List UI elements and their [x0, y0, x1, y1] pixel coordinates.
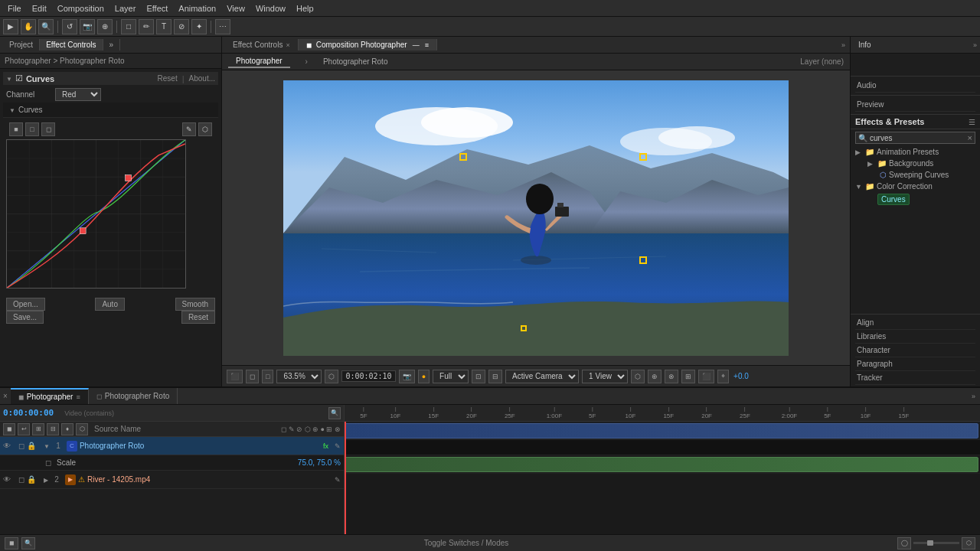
pen-tool[interactable]: ✏ — [139, 19, 154, 34]
layer-1-lock[interactable]: 🔒 — [27, 442, 36, 450]
backgrounds-item[interactable]: ▶ 📁 Backgrounds — [851, 158, 980, 169]
libraries-item[interactable]: Libraries — [855, 330, 975, 344]
character-item[interactable]: Character — [855, 344, 975, 357]
viewer-opt4[interactable]: ⊞ — [681, 370, 695, 383]
playhead[interactable] — [345, 422, 346, 534]
curves-smooth-btn[interactable]: Smooth — [175, 298, 215, 311]
viewer-tab-roto[interactable]: › — [298, 56, 315, 67]
close-timeline-btn[interactable]: × — [3, 392, 8, 400]
viewer-timecode[interactable]: 0:00:02:10 — [341, 370, 395, 382]
layer-1-solo[interactable]: ◻ — [18, 442, 24, 450]
control-point-1[interactable] — [459, 153, 467, 161]
curves-open-btn[interactable]: Open... — [6, 298, 45, 311]
control-point-4[interactable] — [521, 325, 527, 331]
curves-collapse[interactable] — [6, 75, 12, 83]
timeline-tab-roto[interactable]: ◻ Photographer Roto — [89, 388, 178, 404]
layer-2-lock[interactable]: 🔒 — [27, 475, 36, 484]
stamp-tool[interactable]: ✦ — [191, 19, 207, 34]
right-expand[interactable]: » — [973, 41, 977, 49]
viewer-snapshot[interactable]: 📷 — [399, 370, 415, 383]
curves-pen-tool[interactable]: ⬡ — [198, 122, 212, 136]
tl-timecode[interactable]: 0:00:00:00 — [3, 408, 54, 418]
color-correction-item[interactable]: ▼ 📁 Color Correction — [851, 181, 980, 192]
curves-tool-black[interactable]: ■ — [9, 122, 23, 136]
layer-2-expand[interactable] — [44, 476, 48, 484]
audio-item[interactable]: Audio — [855, 79, 975, 93]
viewer-full-select[interactable]: Full — [433, 370, 469, 383]
puppet-tool[interactable]: ⋯ — [215, 19, 230, 34]
curves-tool-smooth[interactable]: ◻ — [41, 122, 55, 136]
tl-ctrl-5[interactable]: ♦ — [61, 423, 74, 435]
bottom-btn-3[interactable]: ◯ — [897, 537, 911, 549]
viewer-opt6[interactable]: ⌖ — [717, 370, 729, 383]
curves-reset-btn[interactable]: Reset — [181, 311, 215, 324]
zoom-tool[interactable]: 🔍 — [38, 19, 54, 34]
toggle-switches-label[interactable]: Toggle Switches / Modes — [424, 539, 509, 547]
layer-1-eye[interactable]: 👁 — [3, 442, 11, 450]
tl-ctrl-1[interactable]: ◼ — [3, 423, 15, 435]
animation-presets-item[interactable]: ▶ 📁 Animation Presets — [851, 146, 980, 158]
tl-ctrl-2[interactable]: ↩ — [18, 423, 30, 435]
layer-2-name[interactable]: River - 14205.mp4 — [87, 475, 327, 484]
menu-composition[interactable]: Composition — [53, 2, 109, 15]
viewer-opt1[interactable]: ⬡ — [631, 370, 645, 383]
scale-value[interactable]: 75.0, 75.0 % — [298, 458, 341, 467]
layer-1-expand[interactable] — [44, 442, 50, 450]
rect-tool[interactable]: □ — [121, 19, 136, 34]
preview-item[interactable]: Preview — [855, 98, 975, 112]
comp-tab-controls[interactable]: Effect Controls × — [225, 39, 299, 51]
menu-window[interactable]: Window — [251, 2, 290, 15]
tl-search-btn[interactable]: 🔍 — [328, 407, 341, 419]
comp-expand[interactable]: » — [841, 41, 845, 49]
paragraph-item[interactable]: Paragraph — [855, 357, 975, 371]
hand-tool[interactable]: ✋ — [21, 19, 36, 34]
effect-about-btn[interactable]: About... — [189, 74, 215, 83]
project-tab[interactable]: Project — [3, 39, 40, 51]
layer-1-edit[interactable]: ✎ — [335, 442, 341, 450]
curves-tool-white[interactable]: □ — [25, 122, 39, 136]
text-tool[interactable]: T — [156, 19, 172, 34]
control-point-3[interactable] — [639, 256, 647, 264]
left-expand-btn[interactable]: » — [103, 39, 121, 51]
layer-2-edit[interactable]: ✎ — [335, 476, 341, 484]
timeline-tab-menu[interactable]: ≡ — [76, 393, 80, 401]
close-effect-controls[interactable]: × — [286, 41, 289, 49]
viewer-info[interactable]: ◻ — [246, 370, 259, 383]
search-clear-btn[interactable]: × — [968, 133, 972, 142]
tl-ctrl-3[interactable]: ⊞ — [32, 423, 44, 435]
sweeping-curves-item[interactable]: ⬡ Sweeping Curves — [851, 169, 980, 181]
menu-effect[interactable]: Effect — [142, 2, 172, 15]
viewer-prev-frame[interactable]: ⬛ — [227, 370, 243, 383]
viewer-grid[interactable]: ⊡ — [472, 370, 485, 383]
effects-search-input[interactable] — [870, 134, 965, 142]
menu-animation[interactable]: Animation — [174, 2, 220, 15]
tl-ctrl-6[interactable]: ⬡ — [76, 423, 88, 435]
menu-file[interactable]: File — [3, 2, 26, 15]
camera-select[interactable]: Active Camera — [505, 370, 579, 383]
comp-tab-photographer[interactable]: ◼ Composition Photographer — ≡ — [299, 39, 437, 51]
camera-tool[interactable]: 📷 — [80, 19, 95, 34]
zoom-slider[interactable] — [913, 542, 959, 544]
menu-layer[interactable]: Layer — [110, 2, 141, 15]
view-count-select[interactable]: 1 View — [582, 370, 628, 383]
menu-edit[interactable]: Edit — [28, 2, 51, 15]
viewer-tab-photographer[interactable]: Photographer — [228, 55, 290, 68]
viewer-opt5[interactable]: ⬛ — [698, 370, 714, 383]
video-clip[interactable] — [345, 457, 978, 472]
bottom-btn-4[interactable]: ⬡ — [962, 537, 975, 549]
menu-view[interactable]: View — [222, 2, 250, 15]
zoom-handle[interactable] — [927, 540, 933, 546]
zoom-select[interactable]: 63.5% — [276, 370, 322, 383]
select-tool[interactable]: ▶ — [3, 19, 18, 34]
effect-reset-btn[interactable]: Reset — [158, 74, 178, 83]
curves-effect-item[interactable]: Curves — [851, 192, 980, 207]
bottom-btn-1[interactable]: ◼ — [5, 537, 18, 549]
viewer-alpha[interactable]: ● — [418, 370, 430, 383]
control-point-2[interactable] — [639, 153, 647, 161]
layer-2-solo[interactable]: ◻ — [18, 475, 24, 484]
bottom-btn-2[interactable]: 🔍 — [21, 537, 35, 549]
align-item[interactable]: Align — [855, 316, 975, 330]
layer-1-name[interactable]: Photographer Roto — [80, 442, 315, 450]
viewer-tab-photographer-roto[interactable]: Photographer Roto — [315, 56, 396, 67]
viewer-opt3[interactable]: ⊗ — [665, 370, 678, 383]
